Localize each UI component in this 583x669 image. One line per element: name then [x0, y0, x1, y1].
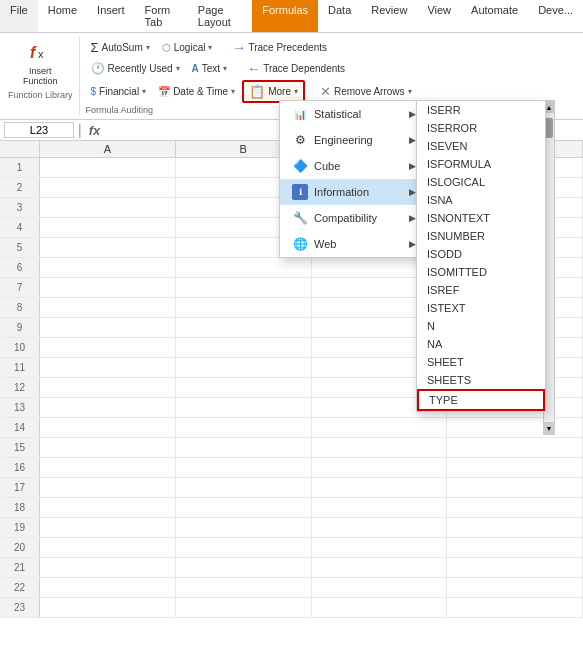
grid-cell[interactable] — [447, 178, 583, 197]
grid-cell[interactable] — [447, 378, 583, 397]
trace-dependents-button[interactable]: ← Trace Dependents — [242, 59, 350, 78]
grid-cell[interactable] — [312, 358, 448, 377]
menu-item-compatibility[interactable]: 🔧 Compatibility ▶ — [280, 205, 428, 231]
menu-item-web[interactable]: 🌐 Web ▶ — [280, 231, 428, 257]
grid-cell[interactable] — [447, 198, 583, 217]
tab-developer[interactable]: Deve... — [528, 0, 583, 32]
grid-cell[interactable] — [40, 218, 176, 237]
grid-cell[interactable] — [312, 338, 448, 357]
grid-cell[interactable] — [176, 418, 312, 437]
grid-cell[interactable] — [176, 498, 312, 517]
menu-item-information[interactable]: ℹ Information ▶ — [280, 179, 428, 205]
grid-cell[interactable] — [40, 278, 176, 297]
grid-cell[interactable] — [447, 418, 583, 437]
cell-reference-input[interactable] — [4, 122, 74, 138]
grid-cell[interactable] — [40, 398, 176, 417]
tab-home[interactable]: Home — [38, 0, 87, 32]
grid-cell[interactable] — [40, 318, 176, 337]
grid-cell[interactable] — [447, 518, 583, 537]
grid-cell[interactable] — [447, 458, 583, 477]
grid-cell[interactable] — [312, 298, 448, 317]
grid-cell[interactable] — [447, 278, 583, 297]
grid-cell[interactable] — [312, 278, 448, 297]
grid-cell[interactable] — [176, 518, 312, 537]
grid-cell[interactable] — [176, 478, 312, 497]
grid-cell[interactable] — [447, 538, 583, 557]
tab-pagelayout[interactable]: Page Layout — [188, 0, 252, 32]
grid-cell[interactable] — [447, 338, 583, 357]
grid-cell[interactable] — [40, 378, 176, 397]
col-header-a[interactable]: A — [40, 141, 176, 157]
grid-cell[interactable] — [40, 478, 176, 497]
financial-button[interactable]: $ Financial ▾ — [86, 84, 152, 99]
grid-cell[interactable] — [40, 298, 176, 317]
grid-cell[interactable] — [176, 558, 312, 577]
grid-cell[interactable] — [447, 598, 583, 617]
grid-cell[interactable] — [176, 458, 312, 477]
tab-insert[interactable]: Insert — [87, 0, 135, 32]
grid-cell[interactable] — [312, 578, 448, 597]
grid-cell[interactable] — [312, 598, 448, 617]
grid-cell[interactable] — [176, 358, 312, 377]
grid-cell[interactable] — [40, 178, 176, 197]
grid-cell[interactable] — [40, 498, 176, 517]
grid-cell[interactable] — [176, 278, 312, 297]
grid-cell[interactable] — [312, 538, 448, 557]
grid-cell[interactable] — [40, 598, 176, 617]
tab-file[interactable]: File — [0, 0, 38, 32]
grid-cell[interactable] — [176, 318, 312, 337]
grid-cell[interactable] — [176, 598, 312, 617]
grid-cell[interactable] — [447, 558, 583, 577]
grid-cell[interactable] — [312, 398, 448, 417]
grid-cell[interactable] — [40, 198, 176, 217]
grid-cell[interactable] — [176, 298, 312, 317]
grid-cell[interactable] — [40, 238, 176, 257]
tab-automate[interactable]: Automate — [461, 0, 528, 32]
insert-function-button[interactable]: fx InsertFunction — [19, 37, 62, 88]
date-time-button[interactable]: 📅 Date & Time ▾ — [153, 84, 240, 99]
trace-precedents-button[interactable]: → Trace Precedents — [227, 38, 332, 57]
grid-cell[interactable] — [312, 458, 448, 477]
grid-cell[interactable] — [447, 478, 583, 497]
grid-cell[interactable] — [40, 338, 176, 357]
tab-review[interactable]: Review — [361, 0, 417, 32]
more-functions-dropdown[interactable]: 📊 Statistical ▶ ⚙ Engineering ▶ 🔷 Cube ▶… — [279, 100, 429, 258]
grid-cell[interactable] — [176, 378, 312, 397]
grid-cell[interactable] — [312, 258, 448, 277]
grid-cell[interactable] — [40, 418, 176, 437]
grid-cell[interactable] — [447, 358, 583, 377]
grid-cell[interactable] — [447, 438, 583, 457]
tab-formtab[interactable]: Form Tab — [135, 0, 188, 32]
grid-cell[interactable] — [312, 418, 448, 437]
grid-cell[interactable] — [447, 158, 583, 177]
grid-cell[interactable] — [312, 498, 448, 517]
grid-cell[interactable] — [176, 538, 312, 557]
autosum-button[interactable]: Σ AutoSum ▾ — [86, 38, 155, 57]
grid-cell[interactable] — [447, 258, 583, 277]
grid-cell[interactable] — [40, 458, 176, 477]
menu-item-statistical[interactable]: 📊 Statistical ▶ — [280, 101, 428, 127]
tab-formulas[interactable]: Formulas — [252, 0, 318, 32]
grid-cell[interactable] — [40, 578, 176, 597]
menu-item-cube[interactable]: 🔷 Cube ▶ — [280, 153, 428, 179]
tab-view[interactable]: View — [417, 0, 461, 32]
grid-cell[interactable] — [447, 218, 583, 237]
grid-cell[interactable] — [447, 238, 583, 257]
recently-used-button[interactable]: 🕐 Recently Used ▾ — [86, 60, 185, 77]
tab-data[interactable]: Data — [318, 0, 361, 32]
col-header-d[interactable]: D — [447, 141, 583, 157]
grid-cell[interactable] — [447, 318, 583, 337]
grid-cell[interactable] — [40, 158, 176, 177]
grid-cell[interactable] — [40, 518, 176, 537]
grid-cell[interactable] — [312, 558, 448, 577]
grid-cell[interactable] — [447, 298, 583, 317]
grid-cell[interactable] — [176, 338, 312, 357]
grid-cell[interactable] — [176, 438, 312, 457]
grid-cell[interactable] — [40, 258, 176, 277]
grid-cell[interactable] — [312, 318, 448, 337]
grid-cell[interactable] — [40, 538, 176, 557]
grid-cell[interactable] — [40, 358, 176, 377]
grid-cell[interactable] — [176, 578, 312, 597]
text-button[interactable]: A Text ▾ — [187, 61, 233, 76]
logical-button[interactable]: ⬡ Logical ▾ — [157, 40, 218, 55]
